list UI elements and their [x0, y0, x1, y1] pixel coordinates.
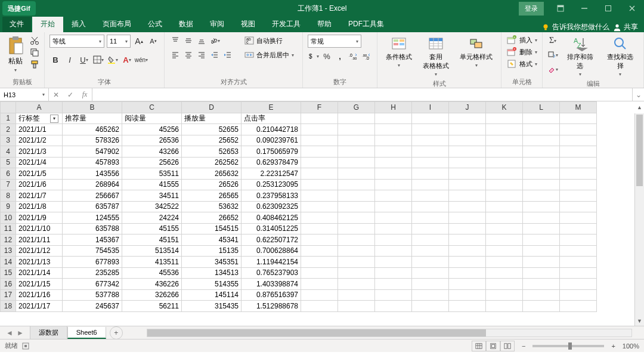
cell-H9[interactable]: [375, 201, 412, 212]
col-header-F[interactable]: F: [301, 102, 338, 113]
row-header-15[interactable]: 15: [1, 267, 16, 279]
cell-L15[interactable]: [523, 267, 560, 279]
copy-icon[interactable]: [30, 48, 39, 57]
cell-D1[interactable]: 播放量: [182, 113, 242, 124]
sheet-tab-sheet6[interactable]: Sheet6: [67, 327, 106, 339]
cell-K1[interactable]: [486, 113, 523, 124]
cell-I6[interactable]: [412, 168, 449, 180]
cell-C10[interactable]: 24224: [122, 212, 182, 224]
row-header-18[interactable]: 18: [1, 301, 16, 312]
font-size-select[interactable]: 11▾: [107, 35, 131, 48]
cell-D7[interactable]: 26526: [182, 179, 242, 190]
cell-F4[interactable]: [301, 146, 338, 158]
cell-J7[interactable]: [449, 179, 486, 190]
page-layout-view-icon[interactable]: [486, 341, 500, 351]
cell-J3[interactable]: [449, 135, 486, 146]
cell-B4[interactable]: 547902: [63, 146, 122, 158]
zoom-level[interactable]: 100%: [623, 342, 639, 350]
cell-B12[interactable]: 145367: [63, 234, 122, 246]
cell-E7[interactable]: 0.253123095: [242, 179, 301, 190]
cell-F11[interactable]: [301, 223, 338, 234]
tab-review[interactable]: 审阅: [202, 16, 233, 32]
cell-C9[interactable]: 342522: [122, 201, 182, 212]
cell-D17[interactable]: 145114: [182, 289, 242, 301]
cell-L12[interactable]: [523, 234, 560, 246]
cell-E8[interactable]: 0.237958133: [242, 190, 301, 202]
expand-formula-icon[interactable]: ⌄: [632, 88, 644, 101]
col-header-H[interactable]: H: [375, 102, 412, 113]
file-tab[interactable]: 文件: [2, 16, 31, 32]
cell-M18[interactable]: [560, 301, 597, 312]
border-button[interactable]: ▾: [92, 54, 104, 66]
cell-L3[interactable]: [523, 135, 560, 146]
cell-M3[interactable]: [560, 135, 597, 146]
underline-button[interactable]: U▾: [78, 54, 90, 66]
fx-icon[interactable]: fx: [78, 90, 92, 99]
cell-I14[interactable]: [412, 257, 449, 268]
tab-insert[interactable]: 插入: [63, 16, 94, 32]
cancel-formula-icon[interactable]: ✕: [49, 91, 63, 99]
cell-J10[interactable]: [449, 212, 486, 224]
cell-K2[interactable]: [486, 124, 523, 135]
row-header-8[interactable]: 8: [1, 190, 16, 202]
tab-page-layout[interactable]: 页面布局: [94, 16, 140, 32]
cell-F7[interactable]: [301, 179, 338, 190]
col-header-A[interactable]: A: [16, 102, 63, 113]
tab-data[interactable]: 数据: [171, 16, 202, 32]
font-color-button[interactable]: A▾: [121, 54, 133, 66]
col-header-M[interactable]: M: [560, 102, 597, 113]
cell-F9[interactable]: [301, 201, 338, 212]
cell-F15[interactable]: [301, 267, 338, 279]
tab-view[interactable]: 视图: [233, 16, 264, 32]
comma-button[interactable]: ,: [334, 50, 346, 62]
cell-H4[interactable]: [375, 146, 412, 158]
cell-L16[interactable]: [523, 279, 560, 290]
cell-M9[interactable]: [560, 201, 597, 212]
cell-H15[interactable]: [375, 267, 412, 279]
cell-F18[interactable]: [301, 301, 338, 312]
cell-K5[interactable]: [486, 157, 523, 168]
cell-J8[interactable]: [449, 190, 486, 202]
cell-A13[interactable]: 2021/1/12: [16, 245, 63, 257]
cell-D14[interactable]: 345351: [182, 257, 242, 268]
cell-I13[interactable]: [412, 245, 449, 257]
clear-button[interactable]: ▾: [547, 63, 558, 75]
cell-I12[interactable]: [412, 234, 449, 246]
cell-E6[interactable]: 2.22312547: [242, 168, 301, 180]
cell-F17[interactable]: [301, 289, 338, 301]
increase-font-icon[interactable]: A▴: [133, 35, 145, 47]
share-button[interactable]: 共享: [613, 22, 638, 32]
cell-A5[interactable]: 2021/1/4: [16, 157, 63, 168]
cell-M6[interactable]: [560, 168, 597, 180]
bold-button[interactable]: B: [49, 54, 61, 66]
row-header-12[interactable]: 12: [1, 234, 16, 246]
cell-A4[interactable]: 2021/1/3: [16, 146, 63, 158]
cell-E2[interactable]: 0.210442718: [242, 124, 301, 135]
cell-K9[interactable]: [486, 201, 523, 212]
delete-cells-button[interactable]: ×删除▾: [506, 47, 537, 57]
row-header-17[interactable]: 17: [1, 289, 16, 301]
cell-J4[interactable]: [449, 146, 486, 158]
cell-C16[interactable]: 436226: [122, 279, 182, 290]
cell-E15[interactable]: 0.765237903: [242, 267, 301, 279]
cell-J15[interactable]: [449, 267, 486, 279]
cell-C5[interactable]: 25626: [122, 157, 182, 168]
cell-E9[interactable]: 0.623092325: [242, 201, 301, 212]
cell-B9[interactable]: 635787: [63, 201, 122, 212]
cell-B10[interactable]: 124555: [63, 212, 122, 224]
cell-B3[interactable]: 578326: [63, 135, 122, 146]
cell-L13[interactable]: [523, 245, 560, 257]
cell-B13[interactable]: 754535: [63, 245, 122, 257]
insert-cells-button[interactable]: +插入▾: [506, 35, 537, 45]
merge-center-button[interactable]: 合并后居中▾: [241, 49, 298, 61]
tell-me-search[interactable]: 告诉我你想做什么: [541, 22, 609, 32]
cell-G8[interactable]: [338, 190, 375, 202]
cell-L1[interactable]: [523, 113, 560, 124]
cell-D11[interactable]: 154515: [182, 223, 242, 234]
cell-G16[interactable]: [338, 279, 375, 290]
cell-K15[interactable]: [486, 267, 523, 279]
cell-L10[interactable]: [523, 212, 560, 224]
paste-button[interactable]: 粘贴 ▾: [5, 35, 26, 74]
cell-E1[interactable]: 点击率: [242, 113, 301, 124]
row-header-4[interactable]: 4: [1, 146, 16, 158]
